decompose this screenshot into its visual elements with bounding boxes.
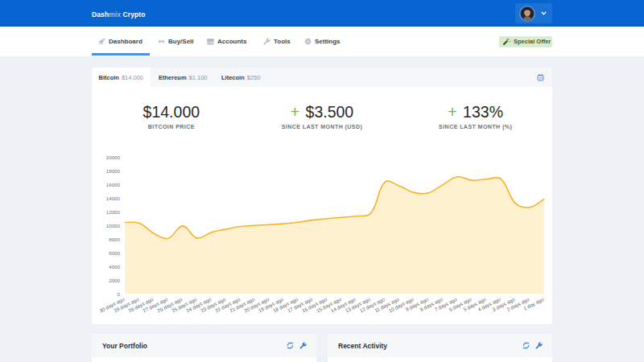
svg-text:14000: 14000 xyxy=(106,195,121,201)
svg-text:6000: 6000 xyxy=(109,250,120,256)
svg-text:0: 0 xyxy=(118,291,121,297)
svg-text:18000: 18000 xyxy=(106,168,121,174)
svg-text:12000: 12000 xyxy=(106,209,121,215)
svg-text:2000: 2000 xyxy=(109,278,120,283)
svg-text:20000: 20000 xyxy=(106,154,121,160)
svg-text:10000: 10000 xyxy=(106,223,121,228)
svg-text:8000: 8000 xyxy=(109,237,120,242)
svg-text:4000: 4000 xyxy=(109,264,120,269)
svg-text:16000: 16000 xyxy=(106,182,121,187)
